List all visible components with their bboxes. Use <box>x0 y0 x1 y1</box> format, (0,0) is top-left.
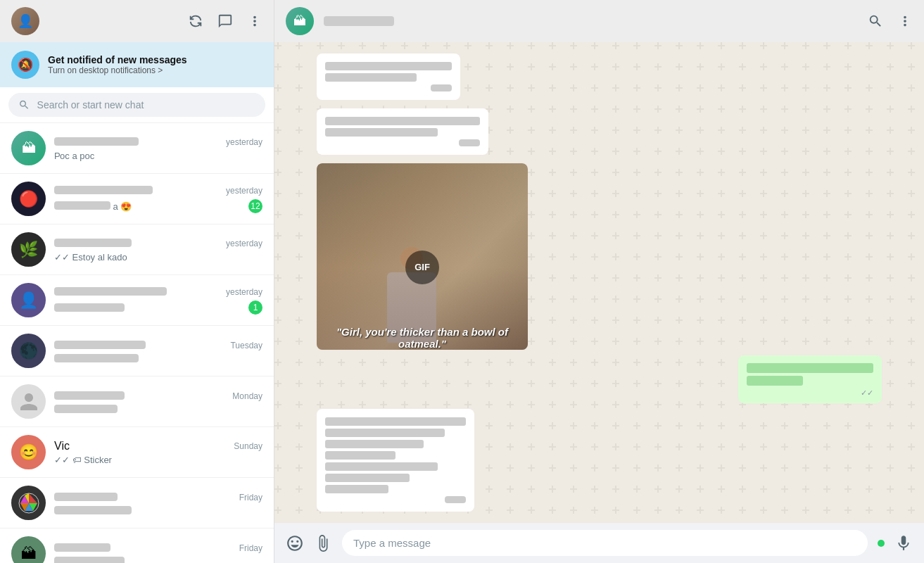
avatar <box>11 486 46 520</box>
chat-info: Monday <box>54 390 262 413</box>
chat-time: Friday <box>239 493 262 502</box>
list-item[interactable]: Friday <box>0 478 274 529</box>
message-time <box>325 84 452 94</box>
chat-time: Monday <box>232 391 262 401</box>
avatar: 🌑 <box>11 334 46 368</box>
list-item[interactable]: 🏔 Friday <box>0 529 274 563</box>
chat-time: yesterday <box>226 137 262 147</box>
chat-info: yesterday a 😍 12 <box>54 184 262 213</box>
chat-contact-name <box>324 15 394 27</box>
avatar: 🏔 <box>11 536 46 563</box>
message-input[interactable] <box>342 530 868 556</box>
chat-info: yesterday Рос а рос <box>54 136 262 161</box>
unread-badge: 12 <box>248 199 262 213</box>
gif-label: GIF <box>405 251 439 284</box>
messages-area: GIF "Girl, you're thicker than a bowl of… <box>274 42 924 523</box>
chat-time: yesterday <box>226 186 262 196</box>
list-item[interactable]: 🌑 Tuesday <box>0 326 274 377</box>
chat-contact-avatar[interactable]: 🏔 <box>286 7 314 35</box>
list-item[interactable]: Monday <box>0 377 274 427</box>
chat-name <box>54 237 132 250</box>
message-time <box>325 496 466 506</box>
bell-icon: 🔕 <box>11 51 39 79</box>
chat-info: Friday <box>54 542 262 563</box>
chat-preview: Рос а рос <box>54 151 262 161</box>
user-avatar[interactable]: 👤 <box>11 7 39 35</box>
avatar: 😊 <box>11 435 46 469</box>
avatar: 🌿 <box>11 232 46 267</box>
search-input[interactable] <box>37 99 255 110</box>
notification-subtitle: Turn on desktop notifications > <box>48 65 187 75</box>
chat-name <box>54 136 139 148</box>
chat-preview <box>54 557 262 563</box>
search-chat-button[interactable] <box>868 13 883 29</box>
gif-message[interactable]: GIF "Girl, you're thicker than a bowl of… <box>317 163 528 350</box>
chat-info: yesterday ✓✓ Estoy al kado <box>54 237 262 262</box>
chat-name <box>54 542 110 555</box>
list-item[interactable]: 🔴 yesterday a 😍 12 <box>0 174 274 224</box>
chat-time: Tuesday <box>230 341 262 350</box>
avatar: 🔴 <box>11 182 46 216</box>
chat-info: yesterday 1 <box>54 286 262 315</box>
message-bubble <box>317 409 474 512</box>
message-time: ✓✓ <box>747 388 873 398</box>
attachment-button[interactable] <box>314 534 332 552</box>
chat-preview <box>54 354 262 362</box>
sidebar-header-icons <box>188 13 262 29</box>
chat-name <box>54 491 118 504</box>
emoji-button[interactable] <box>286 534 304 552</box>
chat-contact-info <box>324 15 394 27</box>
sidebar: 👤 🔕 Get notified of new messages Turn on… <box>0 0 274 563</box>
chat-name <box>54 286 167 298</box>
chat-area: 🏔 <box>274 0 924 563</box>
avatar <box>11 384 46 419</box>
gif-image: GIF "Girl, you're thicker than a bowl of… <box>317 163 528 350</box>
list-item[interactable]: 🌿 yesterday ✓✓ Estoy al kado <box>0 224 274 275</box>
notification-title: Get notified of new messages <box>48 54 187 65</box>
chat-info: Friday <box>54 491 262 514</box>
unread-badge: 1 <box>248 301 262 315</box>
message-bubble <box>317 108 488 155</box>
search-inner <box>8 93 265 117</box>
message-bubble <box>317 53 460 100</box>
message-time <box>325 139 480 149</box>
chat-preview: ✓✓ 🏷 Sticker <box>54 455 262 465</box>
menu-icon-button[interactable] <box>247 13 262 29</box>
message-input-bar <box>274 523 924 563</box>
chat-time: Sunday <box>234 441 262 451</box>
chat-header: 🏔 <box>274 0 924 42</box>
chat-info: Tuesday <box>54 339 262 362</box>
chat-list: 🏔 yesterday Рос а рос 🔴 <box>0 123 274 563</box>
chat-name <box>54 390 125 403</box>
list-item[interactable]: 👤 yesterday 1 <box>0 275 274 326</box>
search-bar <box>0 87 274 123</box>
chat-preview <box>54 506 262 514</box>
notification-text: Get notified of new messages Turn on des… <box>48 54 187 75</box>
chat-preview: a 😍 12 <box>54 199 262 213</box>
chat-header-icons <box>868 13 913 29</box>
chat-preview <box>54 405 262 413</box>
message-bubble: ✓✓ <box>738 355 882 403</box>
chat-name <box>54 184 153 197</box>
notification-banner[interactable]: 🔕 Get notified of new messages Turn on d… <box>0 42 274 87</box>
chat-time: yesterday <box>226 287 262 297</box>
list-item[interactable]: 😊 Vic Sunday ✓✓ 🏷 Sticker <box>0 427 274 478</box>
chat-name: Vic <box>54 440 70 453</box>
avatar: 👤 <box>11 283 46 317</box>
chat-name <box>54 339 146 352</box>
chat-preview: 1 <box>54 301 262 315</box>
chat-info: Vic Sunday ✓✓ 🏷 Sticker <box>54 440 262 465</box>
chat-time: yesterday <box>226 239 262 248</box>
new-chat-icon-button[interactable] <box>217 13 233 29</box>
microphone-button[interactable] <box>894 534 913 552</box>
list-item[interactable]: 🏔 yesterday Рос а рос <box>0 123 274 174</box>
sidebar-header: 👤 <box>0 0 274 42</box>
gif-caption: "Girl, you're thicker than a bowl of oat… <box>317 326 528 350</box>
chat-preview: ✓✓ Estoy al kado <box>54 252 262 262</box>
chat-time: Friday <box>239 543 262 553</box>
refresh-icon-button[interactable] <box>188 13 203 29</box>
search-icon <box>18 99 30 111</box>
send-status-dot <box>878 540 885 547</box>
avatar: 🏔 <box>11 131 46 165</box>
chat-menu-button[interactable] <box>897 13 913 29</box>
